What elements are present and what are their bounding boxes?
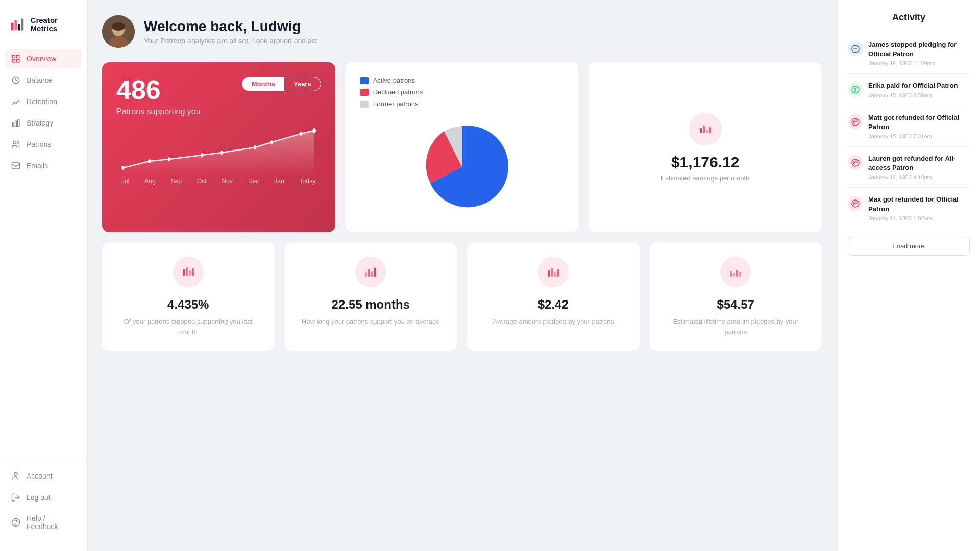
chart-bar-icon	[11, 118, 20, 128]
patrons-chart	[116, 124, 321, 176]
nav-items: Overview Balance Retention Strategy Patr…	[0, 49, 87, 458]
main-content: Welcome back, Ludwig Your Patreon analyt…	[87, 0, 837, 551]
svg-rect-33	[703, 126, 705, 133]
activity-item-2: Matt got refunded for Official Patron Ja…	[848, 106, 970, 147]
metric-icon-wrap-0	[173, 257, 204, 287]
svg-rect-1	[14, 20, 17, 31]
activity-item-0: James stopped pledging for Official Patr…	[848, 33, 970, 74]
sidebar-item-account[interactable]: Account	[5, 466, 82, 486]
svg-point-31	[313, 128, 316, 133]
svg-rect-50	[736, 270, 738, 277]
legend-label-former: Former patrons	[373, 100, 419, 108]
patrons-label: Patrons supporting you	[116, 107, 201, 116]
avg-pledge-icon	[547, 265, 560, 279]
sidebar-item-label: Strategy	[27, 119, 53, 127]
chart-line-icon	[11, 97, 20, 106]
legend-dot-declined	[360, 89, 369, 96]
svg-rect-3	[21, 18, 23, 30]
svg-point-14	[14, 472, 17, 475]
svg-rect-37	[186, 267, 188, 276]
metric-value-0: 4.435%	[167, 297, 209, 312]
metric-value-1: 22.55 months	[332, 297, 410, 312]
svg-rect-11	[18, 120, 19, 127]
header-text: Welcome back, Ludwig Your Patreon analyt…	[144, 18, 319, 45]
metric-label-2: Average amount pledged by your patrons	[493, 317, 614, 327]
svg-rect-46	[554, 272, 556, 277]
svg-rect-38	[189, 270, 191, 276]
chart-label-jul: Jul	[121, 178, 129, 185]
years-toggle[interactable]: Years	[284, 77, 321, 91]
sidebar-item-label: Emails	[27, 162, 48, 170]
activity-item-1: $ Erika paid for Official Patron January…	[848, 74, 970, 106]
svg-rect-0	[11, 23, 14, 31]
help-icon	[11, 518, 20, 527]
metric-lifetime: $54.57 Estimated lifetime amount pledged…	[650, 242, 822, 351]
bottom-grid: 4.435% Of your patrons stopped supportin…	[102, 242, 822, 351]
earnings-label: Estimated earnings per month	[661, 174, 749, 182]
activity-icon-refund-0	[848, 114, 863, 130]
sidebar-item-strategy[interactable]: Strategy	[5, 113, 82, 133]
top-grid: 486 Patrons supporting you Months Years	[102, 62, 822, 232]
legend-dot-former	[360, 101, 369, 108]
metric-value-2: $2.42	[538, 297, 569, 312]
mail-icon	[11, 161, 20, 170]
pay-icon: $	[851, 86, 860, 94]
logo-area: Creator Metrics	[0, 10, 87, 49]
svg-rect-45	[551, 268, 553, 277]
svg-rect-49	[733, 273, 735, 277]
bar-chart-icon	[698, 122, 713, 136]
svg-rect-44	[548, 270, 550, 277]
chart-label-dec: Dec	[248, 178, 259, 185]
pie-container	[360, 116, 565, 218]
earnings-amount: $1,176.12	[671, 154, 739, 171]
grid-icon	[11, 54, 20, 63]
sidebar-item-help[interactable]: Help / Feedback	[5, 509, 82, 536]
avatar-image	[102, 15, 135, 48]
metric-label-1: How long your patrons support you on ave…	[302, 317, 439, 327]
sidebar-item-emails[interactable]: Emails	[5, 156, 82, 176]
earnings-card: $1,176.12 Estimated earnings per month	[589, 62, 822, 232]
activity-text-1: Erika paid for Official Patron January 1…	[868, 81, 970, 98]
activity-event-4: Max got refunded for Official Patron	[868, 195, 970, 213]
svg-rect-40	[365, 272, 367, 277]
months-toggle[interactable]: Months	[242, 77, 284, 91]
activity-icon-pay: $	[848, 82, 863, 97]
pie-chart-card: Active patrons Declined patrons Former p…	[346, 62, 579, 232]
activity-time-2: January 15, 1803 7:31am	[868, 133, 970, 139]
metric-label-3: Estimated lifetime amount pledged by you…	[664, 317, 808, 337]
svg-rect-32	[700, 128, 702, 133]
svg-rect-43	[374, 268, 376, 277]
wallet-icon	[11, 76, 20, 85]
sidebar-item-overview[interactable]: Overview	[5, 49, 82, 68]
earnings-icon-wrap	[689, 113, 722, 145]
activity-icon-stop	[848, 41, 863, 57]
sidebar-item-label: Overview	[27, 55, 56, 63]
sidebar-item-label: Retention	[27, 97, 57, 106]
svg-rect-4	[12, 55, 15, 58]
svg-point-22	[112, 22, 125, 31]
sidebar-item-logout[interactable]: Log out	[5, 488, 82, 507]
sidebar-item-balance[interactable]: Balance	[5, 70, 82, 90]
svg-point-29	[270, 140, 273, 144]
sidebar-item-patrons[interactable]: Patrons	[5, 135, 82, 154]
avatar	[102, 15, 135, 48]
logo-icon	[10, 15, 26, 34]
svg-point-28	[254, 145, 256, 149]
chart-label-sep: Sep	[171, 178, 182, 185]
legend-former: Former patrons	[360, 100, 565, 108]
activity-icon-refund-1	[848, 155, 863, 170]
chart-labels: Jul Aug Sep Oct Nov Dec Jan Today	[116, 178, 321, 185]
activity-time-1: January 15, 1803 8:59am	[868, 92, 970, 98]
load-more-button[interactable]: Load more	[848, 237, 970, 256]
activity-event-0: James stopped pledging for Official Patr…	[868, 40, 970, 59]
metric-label-0: Of your patrons stopped supporting you l…	[116, 317, 260, 337]
header-subtitle: Your Patreon analytics are all set. Look…	[144, 37, 319, 45]
svg-point-23	[121, 166, 124, 170]
sidebar-item-label: Account	[27, 472, 53, 480]
sidebar-item-retention[interactable]: Retention	[5, 92, 82, 111]
svg-rect-6	[12, 60, 15, 62]
activity-panel: Activity James stopped pledging for Offi…	[837, 0, 980, 551]
activity-text-4: Max got refunded for Official Patron Jan…	[868, 195, 970, 221]
sidebar: Creator Metrics Overview Balance Retenti…	[0, 0, 87, 551]
refund-icon	[851, 118, 860, 126]
